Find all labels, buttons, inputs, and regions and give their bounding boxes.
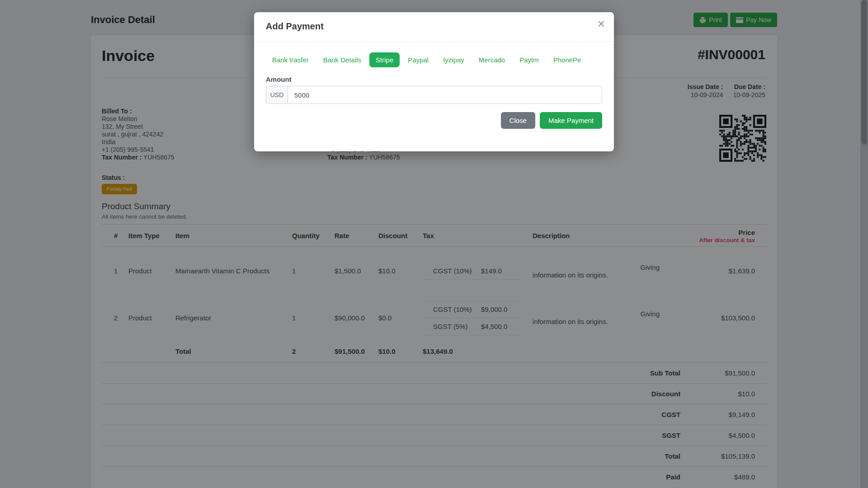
tab-bank-transfer[interactable]: Bank trasfer [266,52,315,67]
amount-input[interactable] [288,86,602,104]
make-payment-button[interactable]: Make Payment [540,112,602,129]
payment-method-tabs: Bank trasfer Bank Details Stripe Paypal … [266,52,602,67]
modal-close-button[interactable]: Close [501,112,535,129]
tab-paytm[interactable]: Paytm [513,52,545,67]
tab-mercado[interactable]: Mercado [472,52,511,67]
tab-phonepe[interactable]: PhonePe [547,52,588,67]
tab-bank-details[interactable]: Bank Details [317,52,368,67]
tab-stripe[interactable]: Stripe [369,52,400,67]
currency-addon: USD [266,86,288,104]
amount-label: Amount [266,75,602,83]
modal-title: Add Payment [266,21,602,32]
close-icon[interactable]: × [598,18,605,30]
add-payment-modal: Add Payment × Bank trasfer Bank Details … [254,12,614,151]
tab-iyzipay[interactable]: Iyzipay [437,52,471,67]
tab-paypal[interactable]: Paypal [401,52,435,67]
